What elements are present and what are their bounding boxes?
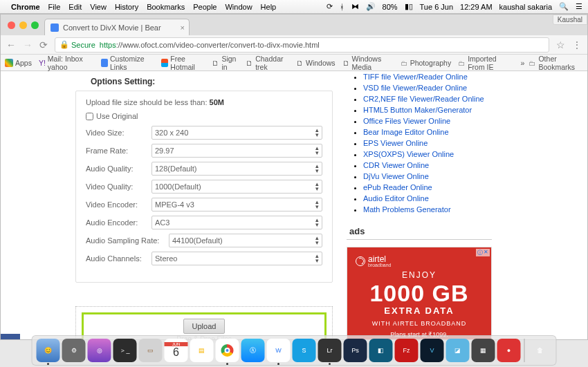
page-content: f G+ t Options Setting: Upload file size… bbox=[1, 71, 587, 339]
select-audio-quality[interactable]: 128(Default)▴▾ bbox=[151, 162, 322, 176]
window-zoom-icon[interactable] bbox=[31, 21, 39, 29]
select-video-encoder[interactable]: MPEG-4 v3▴▾ bbox=[151, 198, 322, 211]
menu-view[interactable]: View bbox=[90, 3, 107, 11]
label-video-encoder: Video Encoder: bbox=[86, 200, 151, 209]
dock-notes-icon[interactable]: ▤ bbox=[190, 339, 214, 362]
dock-contacts-icon[interactable]: ▭ bbox=[139, 339, 163, 362]
bookmark-customize[interactable]: Customize Links bbox=[101, 55, 154, 71]
dock-filezilla-icon[interactable]: Fz bbox=[395, 339, 419, 362]
notifications-icon[interactable]: ☰ bbox=[576, 2, 582, 11]
chrome-menu-icon[interactable]: ⋮ bbox=[572, 39, 582, 50]
dock-vscode-icon[interactable]: V bbox=[421, 339, 444, 362]
tab-strip: Convert to DivX Movie | Bear × bbox=[1, 15, 587, 35]
sidebar-link[interactable]: VSD file Viewer/Reader Online bbox=[363, 84, 467, 92]
nav-back-icon[interactable]: ← bbox=[6, 39, 16, 50]
bookmark-imported[interactable]: 🗀Imported From IE bbox=[458, 55, 513, 71]
menu-people[interactable]: People bbox=[193, 3, 217, 11]
other-bookmarks[interactable]: 🗀Other Bookmarks bbox=[529, 55, 583, 71]
menu-file[interactable]: File bbox=[48, 3, 61, 11]
dock-photoshop-icon[interactable]: Ps bbox=[344, 339, 367, 362]
sync-icon[interactable]: ⟳ bbox=[327, 2, 333, 11]
url-protocol: https bbox=[100, 41, 116, 49]
ad-banner[interactable]: ⓘ✕ airtelbroadband ENJOY 1000 GB EXTRA D… bbox=[347, 247, 492, 339]
dock-chrome-icon[interactable] bbox=[216, 339, 239, 362]
sidebar-link[interactable]: HTML5 Button Maker/Generator bbox=[363, 106, 472, 114]
adchoices-icon[interactable]: ⓘ✕ bbox=[476, 249, 490, 256]
menu-bookmarks[interactable]: Bookmarks bbox=[147, 3, 185, 11]
star-icon[interactable]: ☆ bbox=[556, 39, 565, 50]
bookmark-signin[interactable]: 🗋Sign in bbox=[212, 55, 239, 71]
dock-terminal-icon[interactable]: ＞_ bbox=[113, 339, 137, 362]
sidebar-link[interactable]: Math Problems Generator bbox=[363, 205, 451, 214]
bookmark-windows[interactable]: 🗋Windows bbox=[296, 59, 336, 67]
upload-button[interactable]: Upload bbox=[183, 319, 225, 334]
select-audio-encoder[interactable]: AC3▴▾ bbox=[151, 216, 322, 229]
upload-area: Upload Drag & Drop Files bbox=[75, 306, 333, 339]
dock-app1-icon[interactable]: ◧ bbox=[369, 339, 393, 362]
dock-separator bbox=[524, 339, 525, 362]
tab-close-icon[interactable]: × bbox=[181, 23, 185, 32]
menu-window[interactable]: Window bbox=[225, 3, 252, 11]
menu-history[interactable]: History bbox=[115, 3, 138, 11]
bookmark-chaddar[interactable]: 🗋Chaddar trek bbox=[246, 55, 289, 71]
select-video-quality[interactable]: 1000(Default)▴▾ bbox=[151, 180, 322, 194]
dock-siri-icon[interactable]: ◎ bbox=[88, 339, 111, 362]
dock-trash-icon[interactable]: 🗑 bbox=[529, 339, 552, 362]
label-audio-encoder: Audio Encoder: bbox=[86, 218, 151, 227]
dock-app3-icon[interactable]: ● bbox=[497, 339, 521, 362]
dock-appstore-icon[interactable]: Ⓐ bbox=[241, 339, 265, 362]
dock-gopro-icon[interactable]: ▦ bbox=[472, 339, 495, 362]
menubar-user[interactable]: kaushal sakaria bbox=[499, 3, 552, 11]
dock-skype-icon[interactable]: S bbox=[293, 339, 316, 362]
chrome-window: Kaushal Convert to DivX Movie | Bear × ←… bbox=[0, 14, 588, 340]
volume-icon[interactable]: 🔊 bbox=[366, 2, 376, 11]
bluetooth-icon[interactable]: ᚼ bbox=[340, 3, 344, 11]
sidebar-link[interactable]: CDR Viewer Online bbox=[363, 161, 429, 169]
use-original-checkbox[interactable] bbox=[86, 113, 93, 120]
bookmark-winmedia[interactable]: 🗋Windows Media bbox=[342, 55, 394, 71]
sidebar-link[interactable]: DjVu Viewer Online bbox=[363, 172, 429, 180]
battery-icon[interactable]: ▮▯ bbox=[405, 2, 413, 11]
select-audio-channels[interactable]: Stereo▴▾ bbox=[151, 252, 322, 265]
wifi-icon[interactable]: ⧓ bbox=[351, 2, 359, 11]
bookmark-photography[interactable]: 🗀Photography bbox=[401, 59, 452, 67]
dock-lightroom-icon[interactable]: Lr bbox=[318, 339, 342, 362]
sidebar-link[interactable]: XPS(OXPS) Viewer Online bbox=[363, 150, 454, 158]
window-minimize-icon[interactable] bbox=[19, 21, 27, 29]
sidebar-link[interactable]: CR2,NEF file Viewer/Reader Online bbox=[363, 95, 484, 103]
window-close-icon[interactable] bbox=[8, 21, 15, 29]
reload-icon[interactable]: ⟳ bbox=[39, 39, 48, 50]
url-host: ://www.ofoct.com bbox=[116, 41, 174, 49]
dock-app2-icon[interactable]: ◪ bbox=[446, 339, 470, 362]
bookmark-apps[interactable]: Apps bbox=[5, 59, 32, 67]
dock-finder-icon[interactable]: 😊 bbox=[37, 339, 60, 362]
menu-edit[interactable]: Edit bbox=[68, 3, 82, 11]
dock-settings-icon[interactable]: ⚙ bbox=[62, 339, 86, 362]
sidebar-link[interactable]: Audio Editor Online bbox=[363, 194, 429, 203]
sidebar-link[interactable]: EPS Viewer Online bbox=[363, 139, 428, 147]
url-box[interactable]: 🔒Secure https://www.ofoct.com/video-conv… bbox=[55, 37, 549, 53]
label-audio-channels: Audio Channels: bbox=[86, 254, 151, 263]
dock-word-icon[interactable]: W bbox=[267, 339, 291, 362]
menubar-app[interactable]: Chrome bbox=[11, 3, 40, 11]
bookmark-hotmail[interactable]: Free Hotmail bbox=[161, 55, 205, 71]
nav-forward-icon[interactable]: → bbox=[23, 39, 33, 50]
sidebar-link[interactable]: TIFF file Viewer/Reader Online bbox=[363, 73, 468, 81]
ad-enjoy: ENJOY bbox=[356, 270, 483, 280]
sidebar-link[interactable]: Office Files Viewer Online bbox=[363, 117, 450, 125]
browser-tab[interactable]: Convert to DivX Movie | Bear × bbox=[44, 19, 190, 35]
sidebar-link[interactable]: Bear Image Editor Online bbox=[363, 128, 449, 136]
menu-help[interactable]: Help bbox=[261, 3, 277, 11]
spotlight-icon[interactable]: 🔍 bbox=[559, 2, 569, 11]
bookmark-mail[interactable]: Y!Mail: Inbox yahoo bbox=[39, 55, 94, 71]
sidebar-links: TIFF file Viewer/Reader Online VSD file … bbox=[347, 71, 492, 215]
select-sampling-rate[interactable]: 44100(Default)▴▾ bbox=[169, 234, 322, 247]
sidebar-link[interactable]: ePub Reader Online bbox=[363, 183, 432, 191]
select-frame-rate[interactable]: 29.97▴▾ bbox=[151, 144, 322, 158]
menubar-date: Tue 6 Jun bbox=[420, 3, 454, 11]
select-video-size[interactable]: 320 x 240▴▾ bbox=[151, 126, 322, 140]
tab-title: Convert to DivX Movie | Bear bbox=[63, 23, 161, 32]
chrome-user-badge[interactable]: Kaushal bbox=[553, 15, 587, 25]
bookmarks-overflow-icon[interactable]: » bbox=[521, 59, 525, 67]
dock-calendar-icon[interactable]: JUN6 bbox=[165, 339, 188, 362]
